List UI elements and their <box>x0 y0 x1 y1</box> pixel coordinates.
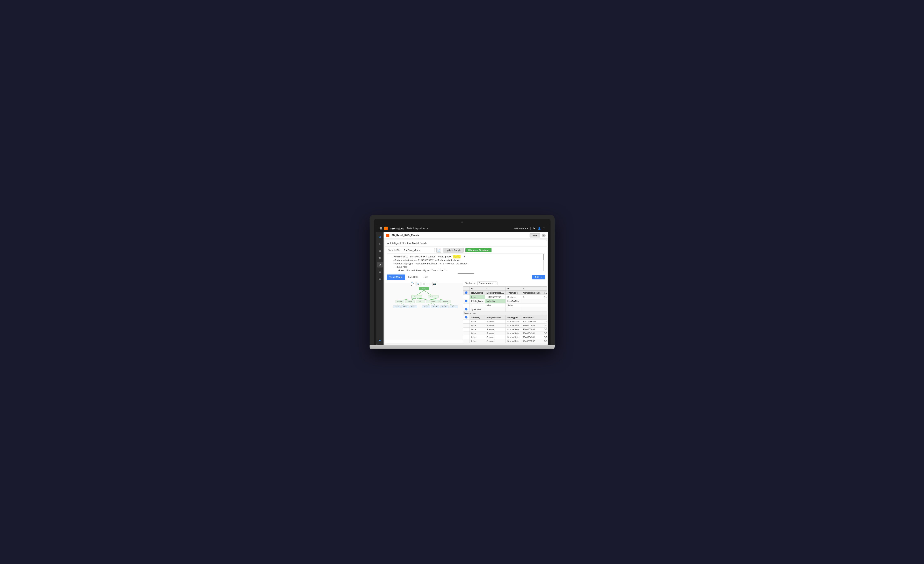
workspace: ▶ Intelligent Structure Model Details Sa… <box>385 240 547 344</box>
sidebar-icon-doc1[interactable]: ▤ <box>377 269 383 274</box>
table-row: false Scanned NormalSale 67811256877 GT <box>463 320 547 324</box>
flag-icon[interactable]: ⚑ <box>533 227 536 230</box>
xml-scrollbar[interactable] <box>543 254 544 272</box>
brand-logo: I <box>384 226 388 230</box>
hamburger-menu-icon[interactable]: ☰ <box>380 227 382 230</box>
doc-tab-bar: ISD_Retail_POS_Events Save × <box>384 232 548 239</box>
pricing-empty1 <box>521 299 542 303</box>
horizontal-scrollbar[interactable] <box>458 273 474 274</box>
update-sample-button[interactable]: Update Sample <box>443 248 464 252</box>
table-button[interactable]: Table × <box>532 275 545 279</box>
tr5-entry: Scanned <box>485 335 506 339</box>
product-chevron-icon[interactable]: ▾ <box>427 227 428 230</box>
screenshot-button[interactable]: 📷 <box>432 282 437 286</box>
svg-text:MemberTyp: MemberTyp <box>433 306 438 308</box>
typecode-section-label: TypeCode <box>470 308 485 312</box>
svg-text:Rewards: Rewards <box>431 301 435 302</box>
org-name-label: Informatica <box>513 227 526 230</box>
laptop-bottom <box>369 348 555 349</box>
r-cell: Exe... <box>542 295 547 299</box>
sidebar: ⊞ ⌂ ▦ ◉ ⚙ ▤ ▤ ◈ <box>376 232 384 345</box>
file-browse-button[interactable]: 📄 <box>436 248 441 253</box>
svg-text:Rte: Rte <box>419 301 421 302</box>
tr1-pos: 67811256877 <box>521 320 542 324</box>
product-name-label: Data Integration <box>407 227 424 230</box>
pricing-empty2 <box>542 299 547 303</box>
tr4-entry: Scanned <box>485 332 506 335</box>
org-selector[interactable]: Informatica ▾ <box>513 227 528 230</box>
svg-text:Transact: Transact <box>414 296 419 297</box>
laptop-frame: ☰ I Informatica Data Integration ▾ Infor… <box>369 215 555 349</box>
sidebar-icon-doc2[interactable]: ▤ <box>377 276 383 282</box>
zoom-out-button[interactable]: 🔍- <box>416 282 421 286</box>
xml-preview-panel: - <Membership EntryMethod="Scanned" NewS… <box>387 254 545 272</box>
tab-visual-model[interactable]: Visual Model <box>387 274 405 280</box>
s2-empty2 <box>542 303 547 308</box>
doc-icon <box>386 234 389 237</box>
membershiptype-cell: 2 <box>521 295 542 299</box>
tab-xml-data[interactable]: XML Data <box>405 274 421 280</box>
tabs-row: Visual Model XML Data Find Table × <box>385 274 547 280</box>
transaction-label: Transaction <box>463 312 547 315</box>
frame-button[interactable]: ⬜ <box>422 282 426 286</box>
camera-dot <box>461 222 463 223</box>
graph-svg: POSSip Transact <box>385 280 463 343</box>
svg-rect-0 <box>385 283 463 340</box>
void-flag-header: VoidFlag <box>470 315 485 320</box>
svg-text:POSSip: POSSip <box>422 288 426 290</box>
ism-header[interactable]: ▶ Intelligent Structure Model Details <box>385 240 547 246</box>
sidebar-icon-data[interactable]: ◈ <box>377 337 383 343</box>
top-nav-left: ☰ I Informatica Data Integration ▾ <box>380 226 428 230</box>
sidebar-icon-explore[interactable]: ◉ <box>377 255 383 261</box>
trans-last-header <box>542 315 547 320</box>
sidebar-icon-layers[interactable]: ▦ <box>377 248 383 254</box>
tr2-last: GT <box>542 324 547 327</box>
display-by-label: Display by: <box>465 282 476 284</box>
section1-data-row: false 111795599792 Business 2 Exe... <box>463 295 547 299</box>
tabs-left: Visual Model XML Data Find <box>387 274 431 280</box>
xml-line-1: - <Membership EntryMethod="Scanned" NewS… <box>389 255 542 258</box>
help-icon[interactable]: ? <box>543 227 545 230</box>
s2-indicator <box>463 303 470 308</box>
tab-find[interactable]: Find <box>421 274 431 280</box>
close-button[interactable]: × <box>542 234 546 237</box>
newsignup-cell: false <box>470 295 485 299</box>
app-container: ☰ I Informatica Data Integration ▾ Infor… <box>376 225 548 345</box>
zoom-in-button[interactable]: 🔍+ <box>411 282 416 286</box>
s2-sales: Sales <box>506 303 521 308</box>
doc-tab-right: Save × <box>530 233 545 237</box>
tr6-item: NormalSale <box>506 339 521 343</box>
svg-text:POSLights: POSLights <box>397 301 402 302</box>
sidebar-icon-home[interactable]: ⌂ <box>377 241 383 246</box>
table-row: false Scanned NormalSale 7800000038 GT <box>463 324 547 327</box>
col-e-header: E <box>521 286 542 291</box>
pricing-data-row: PricingData Inclusive ItemTaxPlan <box>463 299 547 303</box>
col-f-header <box>542 286 547 291</box>
sidebar-icon-settings[interactable]: ⚙ <box>377 262 383 267</box>
tr6-pos: 7046201232 <box>521 339 542 343</box>
separator-tool: | <box>427 282 432 286</box>
col-indicator-header <box>463 286 470 291</box>
entry-method-header: EntryMethod1 <box>485 315 506 320</box>
screen-bezel: ☰ I Informatica Data Integration ▾ Infor… <box>374 219 550 345</box>
discover-structure-button[interactable]: Discover Structure <box>465 248 491 252</box>
sample-file-input[interactable] <box>402 248 435 252</box>
tr2-item: NormalSale <box>506 324 521 327</box>
tr1-ind <box>463 320 470 324</box>
col-b-header: B <box>470 286 485 291</box>
col-membershipnu-header: MembershipNu... <box>485 291 506 295</box>
tr6-ind <box>463 339 470 343</box>
user-icon[interactable]: 👤 <box>538 227 541 230</box>
sidebar-icon-grid[interactable]: ⊞ <box>377 234 383 240</box>
save-button[interactable]: Save <box>530 233 540 237</box>
tr3-last: GT <box>542 327 547 332</box>
section1-header-row: NewSignup MembershipNu... TypeCode Membe… <box>463 291 547 295</box>
sample-file-row: Sample File 📄 Update Sample Discover Str… <box>385 246 547 254</box>
doc-tab-left: ISD_Retail_POS_Events <box>386 234 419 237</box>
trans-indicator <box>463 315 470 320</box>
output-groups-select[interactable]: Output groups <box>477 281 498 285</box>
xml-line-2: <MembershipNumber> 111795599792 </Member… <box>389 258 542 262</box>
membershpnum-cell: 111795599792 <box>485 295 506 299</box>
col-newsignup-header: NewSignup <box>470 291 485 295</box>
s2-num: 1 <box>470 303 485 308</box>
